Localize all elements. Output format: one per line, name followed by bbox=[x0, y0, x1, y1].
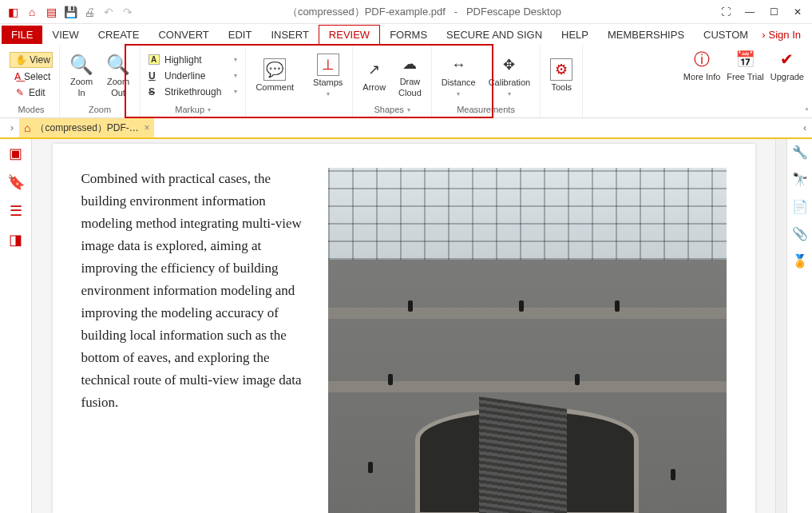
ribbon-label-markup: Markup▾ bbox=[175, 105, 211, 116]
mode-view-button[interactable]: ✋View bbox=[10, 52, 53, 68]
ribbon-group-measurements: ↔Distance▾ ✥Calibration▾ Measurements bbox=[432, 45, 541, 117]
redo-icon[interactable]: ↷ bbox=[121, 6, 134, 18]
save-icon[interactable]: 💾 bbox=[64, 6, 77, 18]
menu-create[interactable]: CREATE bbox=[89, 26, 149, 44]
notes-panel-button[interactable]: 📄 bbox=[792, 198, 808, 214]
undo-icon[interactable]: ↶ bbox=[102, 6, 115, 18]
document-tab[interactable]: ⌂ （compressed）PDF-exa... × bbox=[19, 118, 154, 137]
zoom-in-button[interactable]: 🔍Zoom In bbox=[65, 50, 98, 101]
layers-panel-button[interactable]: ☰ bbox=[6, 201, 26, 221]
bookmarks-panel-button[interactable]: 🔖 bbox=[6, 173, 26, 192]
sign-in-link[interactable]: Sign In bbox=[762, 29, 810, 41]
ribbon: ✋View A͟Select ✎Edit Modes 🔍Zoom In 🔍Zoo… bbox=[0, 45, 812, 118]
document-area[interactable]: Combined with practical cases, the build… bbox=[32, 139, 775, 513]
cursor-text-icon: A͟ bbox=[14, 71, 21, 82]
zoom-out-icon: 🔍 bbox=[106, 53, 130, 77]
menu-file[interactable]: FILE bbox=[2, 26, 42, 44]
menubar: FILE VIEW CREATE CONVERT EDIT INSERT REV… bbox=[0, 24, 812, 45]
comment-icon: 💬 bbox=[263, 58, 286, 81]
highlight-icon: A bbox=[149, 54, 160, 65]
page-body-text: Combined with practical cases, the build… bbox=[81, 168, 304, 489]
menu-edit[interactable]: EDIT bbox=[219, 26, 262, 44]
underline-button[interactable]: UUnderline▾ bbox=[145, 69, 240, 83]
stamp-icon: ⊥ bbox=[317, 54, 339, 76]
ribbon-group-shapes: ↗Arrow ☁Draw Cloud Shapes▾ bbox=[353, 45, 431, 117]
mode-select-button[interactable]: A͟Select bbox=[10, 70, 53, 84]
menu-view[interactable]: VIEW bbox=[42, 26, 88, 44]
distance-icon: ↔ bbox=[447, 54, 469, 76]
tab-label: （compressed）PDF-exa... bbox=[35, 121, 139, 135]
more-info-button[interactable]: ⓘMore Info bbox=[683, 48, 720, 82]
maximize-button[interactable]: ☐ bbox=[762, 3, 785, 21]
cloud-icon: ☁ bbox=[398, 53, 421, 75]
menu-memberships[interactable]: MEMBERSHIPS bbox=[598, 26, 694, 44]
collapse-ribbon-button[interactable]: ˄ bbox=[805, 107, 809, 116]
app-logo-icon[interactable]: ◧ bbox=[6, 6, 19, 18]
save-floppy-icon[interactable]: ▤ bbox=[45, 6, 57, 18]
titlebar: ◧ ⌂ ▤ 💾 🖨 ↶ ↷ （compressed）PDF-example.pd… bbox=[0, 0, 812, 24]
close-window-button[interactable]: ✕ bbox=[786, 3, 809, 21]
compact-button[interactable]: ⛶ bbox=[715, 3, 737, 21]
search-panel-button[interactable]: 🔭 bbox=[792, 171, 808, 187]
arrow-button[interactable]: ↗Arrow bbox=[358, 57, 390, 94]
draw-cloud-button[interactable]: ☁Draw Cloud bbox=[394, 51, 426, 99]
ribbon-label-zoom: Zoom bbox=[89, 105, 111, 116]
ribbon-group-comment: 💬Comment bbox=[246, 45, 303, 117]
menu-insert[interactable]: INSERT bbox=[261, 26, 318, 44]
print-icon[interactable]: 🖨 bbox=[83, 6, 96, 18]
menu-help[interactable]: HELP bbox=[552, 26, 598, 44]
strikethrough-icon: S bbox=[149, 86, 160, 97]
ribbon-label-shapes: Shapes▾ bbox=[374, 105, 410, 116]
home-icon[interactable]: ⌂ bbox=[26, 6, 38, 18]
thumbnails-panel-button[interactable]: ▣ bbox=[6, 144, 26, 163]
zoom-in-icon: 🔍 bbox=[69, 53, 93, 77]
ribbon-group-stamps: ⊥Stamps▾ bbox=[303, 45, 353, 117]
document-tabstrip: › ⌂ （compressed）PDF-exa... × ‹ bbox=[0, 118, 812, 139]
ribbon-label-measurements: Measurements bbox=[457, 105, 515, 116]
menu-custom[interactable]: CUSTOM bbox=[694, 26, 758, 44]
ribbon-group-modes: ✋View A͟Select ✎Edit Modes bbox=[3, 45, 60, 117]
strikethrough-button[interactable]: SStrikethrough▾ bbox=[145, 85, 240, 99]
menu-secure[interactable]: SECURE AND SIGN bbox=[437, 26, 552, 44]
mode-edit-button[interactable]: ✎Edit bbox=[10, 86, 53, 100]
tab-close-button[interactable]: × bbox=[144, 122, 149, 133]
ribbon-group-zoom: 🔍Zoom In 🔍Zoom Out Zoom bbox=[60, 45, 141, 117]
page-image bbox=[328, 168, 727, 513]
underline-icon: U bbox=[149, 70, 160, 82]
highlight-button[interactable]: AHighlight▾ bbox=[145, 53, 240, 67]
tab-nav-prev[interactable]: › bbox=[5, 118, 19, 137]
window-title: （compressed）PDF-example.pdf - PDFescape … bbox=[134, 5, 715, 19]
workspace: ▣ 🔖 ☰ ◨ Combined with practical cases, t… bbox=[0, 139, 812, 513]
free-trial-button[interactable]: 📅Free Trial bbox=[727, 48, 763, 82]
minimize-button[interactable]: ― bbox=[739, 3, 761, 21]
left-rail: ▣ 🔖 ☰ ◨ bbox=[0, 139, 32, 513]
menu-forms[interactable]: FORMS bbox=[380, 26, 437, 44]
menu-convert[interactable]: CONVERT bbox=[149, 26, 218, 44]
ribbon-group-tools: ⚙Tools bbox=[541, 45, 583, 117]
hand-icon: ✋ bbox=[15, 54, 26, 66]
tab-nav-next[interactable]: ‹ bbox=[798, 122, 812, 133]
vertical-scrollbar[interactable] bbox=[775, 139, 786, 513]
pdf-page: Combined with practical cases, the build… bbox=[53, 144, 755, 513]
tools-button[interactable]: ⚙Tools bbox=[545, 57, 577, 94]
arrow-icon: ↗ bbox=[363, 58, 386, 81]
calibration-button[interactable]: ✥Calibration▾ bbox=[484, 52, 536, 98]
ribbon-label-modes: Modes bbox=[18, 105, 44, 116]
right-rail: 🔧 🔭 📄 📎 🏅 bbox=[786, 139, 812, 513]
ribbon-right: ⓘMore Info 📅Free Trial ✔Upgrade bbox=[680, 45, 812, 117]
comment-button[interactable]: 💬Comment bbox=[251, 57, 299, 94]
check-circle-icon: ✔ bbox=[776, 48, 798, 70]
attachments-panel-button[interactable]: 📎 bbox=[792, 225, 808, 241]
signatures-panel-button[interactable]: 🏅 bbox=[792, 253, 808, 268]
distance-button[interactable]: ↔Distance▾ bbox=[437, 52, 481, 98]
stamps-button[interactable]: ⊥Stamps▾ bbox=[308, 52, 347, 98]
calendar-trial-icon: 📅 bbox=[735, 48, 757, 70]
info-icon: ⓘ bbox=[691, 48, 713, 70]
menu-review[interactable]: REVIEW bbox=[319, 25, 380, 45]
pencil-icon: ✎ bbox=[14, 87, 26, 98]
upgrade-button[interactable]: ✔Upgrade bbox=[770, 48, 804, 82]
views-panel-button[interactable]: ◨ bbox=[6, 230, 26, 249]
tab-home-icon: ⌂ bbox=[24, 121, 30, 134]
zoom-out-button[interactable]: 🔍Zoom Out bbox=[101, 50, 135, 101]
tools-panel-button[interactable]: 🔧 bbox=[792, 144, 808, 160]
